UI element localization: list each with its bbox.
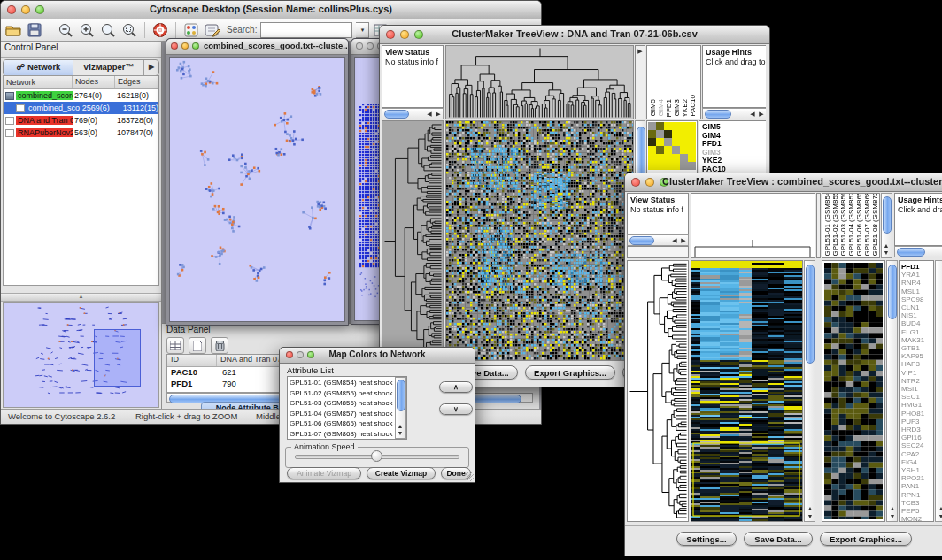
column-label[interactable]: PAC10 (689, 95, 697, 117)
zoom-out-icon[interactable] (57, 21, 74, 39)
panel-splitter[interactable]: ▲ (1, 293, 161, 302)
cytoscape-titlebar[interactable]: Cytoscape Desktop (Session Name: collins… (1, 1, 541, 19)
gene-label[interactable]: MAK31 (901, 336, 931, 344)
birdseye-canvas[interactable] (4, 303, 158, 403)
view-status-scrollbar[interactable]: ◀▶ (627, 234, 689, 246)
minimize-button[interactable] (367, 42, 374, 50)
gene-label[interactable]: KAP95 (901, 352, 931, 360)
gene-label[interactable]: GPI16 (901, 433, 931, 441)
column-label[interactable]: GPL51-08 (GSM872) (871, 193, 879, 257)
column-dendrogram[interactable] (445, 45, 634, 119)
column-label[interactable]: PFD1 (665, 99, 673, 117)
trash-icon[interactable] (211, 337, 228, 354)
column-label[interactable]: GIM5 (649, 99, 657, 117)
view-status-scrollbar[interactable]: ◀▶ (382, 108, 444, 119)
usage-hints-scrollbar[interactable]: ◀▶ (702, 108, 766, 119)
column-header-id[interactable]: ID (167, 355, 217, 366)
usage-hints-scrollbar[interactable]: ◀▶ (894, 246, 942, 257)
tabs-overflow-arrow[interactable]: ▶ (143, 60, 158, 75)
animate-vizmap-button[interactable]: Animate Vizmap (287, 467, 361, 479)
gene-label[interactable]: RPN1 (901, 491, 931, 499)
vizmapper-icon[interactable] (182, 21, 200, 39)
network-table-row[interactable]: DNA and Tran 07 769(0) 183728(0) (4, 114, 158, 127)
network-table-row[interactable]: RNAPuberNov2+ 563(0) 107847(0) (4, 127, 158, 139)
attribute-list-item[interactable]: GPL51-07 (GSM868) heat shock 60 min (290, 429, 405, 440)
gene-label[interactable]: YRA1 (901, 271, 931, 279)
gene-label[interactable]: NIS1 (901, 311, 931, 319)
minimize-button[interactable] (645, 178, 654, 187)
gene-label[interactable]: PUF3 (901, 418, 931, 426)
gene-label[interactable]: RPO21 (901, 474, 931, 482)
network-canvas-1[interactable] (169, 57, 345, 322)
gene-label[interactable]: PAN1 (901, 482, 931, 490)
gene-label[interactable]: HAP3 (901, 360, 931, 368)
close-button[interactable] (171, 42, 178, 50)
attribute-list-scrollbar[interactable]: ▲▼ (395, 377, 406, 439)
gene-label[interactable]: PFD1 (901, 263, 931, 271)
treeview1-titlebar[interactable]: ClusterMaker TreeView : DNA and Tran 07-… (380, 26, 769, 44)
gene-label[interactable]: TCB3 (901, 499, 931, 507)
gene-label[interactable]: SEC24 (901, 441, 931, 449)
move-up-button[interactable]: ∧ (439, 381, 473, 393)
main-heatmap[interactable] (445, 120, 634, 361)
save-icon[interactable] (26, 21, 43, 39)
gene-label[interactable]: PEP5 (901, 507, 931, 515)
gene-label[interactable]: FIG4 (901, 458, 931, 466)
tab-network[interactable]: ☍ Network (4, 60, 73, 75)
gene-label[interactable]: BUD4 (901, 319, 931, 327)
zoom-selected-icon[interactable] (120, 21, 138, 39)
column-dendrogram[interactable] (691, 193, 815, 258)
zoom-vscrollbar[interactable]: ▲▼ (886, 260, 898, 522)
column-label[interactable]: GPL51-07 (GSM868) (863, 193, 871, 257)
gene-label[interactable]: MON2 (901, 515, 931, 522)
gene-label[interactable]: MSL1 (901, 288, 931, 295)
network-table-row[interactable]: combined_scores 2764(0) 16218(0) (4, 89, 158, 102)
create-vizmap-button[interactable]: Create Vizmap (367, 467, 436, 479)
search-input[interactable] (260, 22, 352, 38)
export-graphics-button[interactable]: Export Graphics... (820, 532, 912, 546)
gene-label[interactable]: MSI1 (901, 385, 931, 393)
gene-label[interactable]: GTB1 (901, 344, 931, 352)
column-labels-scrollbar[interactable]: ▲▼ (881, 193, 892, 258)
column-label[interactable]: GPL51-04 (GSM857) (847, 193, 855, 257)
resize-grip[interactable] (465, 472, 474, 481)
new-document-icon[interactable] (189, 337, 206, 354)
gene-label[interactable]: SPC98 (901, 295, 931, 303)
close-button[interactable] (356, 42, 363, 50)
gene-label[interactable]: ELG1 (901, 328, 931, 336)
gene-label[interactable]: VIP1 (901, 369, 931, 377)
column-label[interactable]: GIM3 (673, 99, 681, 117)
gene-label[interactable]: SEC1 (901, 393, 931, 401)
column-label[interactable]: GPL51-06 (GSM865) (855, 193, 863, 257)
gene-label[interactable]: CPA2 (901, 450, 931, 458)
tab-vizmapper[interactable]: VizMapper™ (73, 60, 143, 75)
gene-label[interactable]: NTR2 (901, 377, 931, 385)
gene-label[interactable]: YSH1 (901, 466, 931, 474)
column-header-network[interactable]: Network (4, 76, 73, 88)
column-label[interactable]: YKE2 (681, 99, 689, 117)
gene-list-scrollbar[interactable]: ▲▼ (935, 260, 942, 522)
column-label[interactable]: GPL51-03 (GSM856) (839, 193, 847, 257)
row-dendrogram[interactable] (627, 260, 689, 522)
attribute-list-item[interactable]: GPL51-06 (GSM865) heat shock 40 min (290, 418, 405, 429)
zoom-heatmap[interactable] (822, 260, 885, 522)
gene-label[interactable]: HMG1 (901, 401, 931, 409)
zoom-fit-icon[interactable] (99, 21, 117, 39)
treeview2-titlebar[interactable]: ClusterMaker TreeView : combined_scores_… (625, 173, 942, 192)
main-heatmap[interactable] (691, 260, 803, 522)
network-window-1-titlebar[interactable]: combined_scores_good.txt--cluste... (166, 39, 348, 55)
gene-label[interactable]: RNR4 (901, 279, 931, 287)
heatmap-vscrollbar[interactable]: ▲▼ (804, 260, 815, 522)
gene-label[interactable]: HRD3 (901, 426, 931, 433)
attribute-list-item[interactable]: GPL51-01 (GSM854) heat shock 05 min (290, 378, 405, 388)
attribute-list-item[interactable]: GPL51-04 (GSM857) heat shock 20 min (290, 409, 405, 419)
move-down-button[interactable]: ∨ (439, 403, 473, 415)
gene-label[interactable]: CLN1 (901, 303, 931, 311)
row-dendrogram[interactable] (382, 120, 444, 361)
table-icon[interactable] (166, 337, 184, 354)
column-header-nodes[interactable]: Nodes (73, 76, 115, 88)
annotation-icon[interactable] (204, 21, 221, 39)
export-graphics-button[interactable]: Export Graphics... (525, 365, 615, 380)
birdseye-view[interactable] (3, 302, 159, 408)
close-button[interactable] (631, 178, 640, 187)
